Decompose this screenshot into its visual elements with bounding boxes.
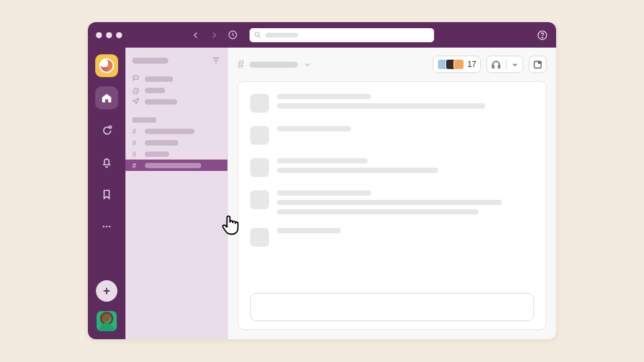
svg-point-7 bbox=[109, 226, 111, 228]
message-line bbox=[277, 126, 351, 131]
sidebar-item-threads[interactable] bbox=[125, 73, 227, 84]
message-avatar[interactable] bbox=[250, 228, 269, 247]
channel-name[interactable] bbox=[250, 62, 298, 68]
message-line bbox=[277, 94, 371, 99]
note-icon bbox=[533, 60, 543, 70]
sidebar-header[interactable] bbox=[125, 52, 227, 69]
hash-icon: # bbox=[132, 127, 140, 135]
member-count: 17 bbox=[468, 60, 476, 69]
channel-hash-icon: # bbox=[237, 58, 244, 72]
sent-icon bbox=[132, 97, 140, 106]
more-icon bbox=[101, 221, 113, 233]
sidebar-channel[interactable]: # bbox=[125, 148, 227, 160]
hash-icon: # bbox=[132, 162, 140, 170]
message-avatar[interactable] bbox=[250, 158, 269, 177]
message-line bbox=[277, 168, 438, 173]
traffic-min[interactable] bbox=[106, 32, 112, 38]
svg-point-1 bbox=[255, 32, 259, 36]
message bbox=[250, 94, 534, 113]
svg-point-3 bbox=[541, 37, 542, 38]
rail-dms[interactable] bbox=[95, 119, 118, 141]
sidebar-section-header[interactable] bbox=[125, 114, 227, 125]
dm-icon bbox=[101, 124, 113, 136]
sidebar-channel[interactable]: # bbox=[125, 137, 227, 148]
sidebar-item-label bbox=[145, 76, 173, 82]
headphones-icon bbox=[491, 60, 501, 70]
sidebar-channel[interactable]: # bbox=[125, 125, 227, 137]
message-body bbox=[277, 94, 534, 113]
hash-icon: # bbox=[132, 139, 140, 147]
message-avatar[interactable] bbox=[250, 94, 269, 113]
hash-icon: # bbox=[132, 150, 140, 158]
message-composer[interactable] bbox=[250, 293, 534, 321]
bookmark-icon bbox=[101, 188, 113, 200]
back-button[interactable] bbox=[189, 29, 201, 41]
app-body: + @ bbox=[88, 48, 556, 339]
home-icon bbox=[101, 92, 113, 104]
sidebar-item-mentions[interactable]: @ bbox=[125, 84, 227, 96]
message-list[interactable] bbox=[237, 81, 547, 330]
channel-header: # 17 bbox=[237, 54, 547, 74]
svg-point-6 bbox=[106, 226, 108, 228]
history-button[interactable] bbox=[227, 29, 239, 41]
titlebar bbox=[88, 22, 556, 48]
traffic-max[interactable] bbox=[116, 32, 122, 38]
arrow-right-icon bbox=[209, 30, 219, 40]
message-line bbox=[277, 158, 368, 164]
sidebar-item-label bbox=[145, 99, 177, 105]
channel-sidebar: @ # # # bbox=[125, 48, 228, 339]
channel-label bbox=[145, 152, 169, 157]
create-new-button[interactable]: + bbox=[96, 280, 117, 302]
svg-point-5 bbox=[103, 226, 105, 228]
help-button[interactable] bbox=[536, 29, 548, 41]
message-avatar[interactable] bbox=[250, 190, 269, 209]
workspace-switcher[interactable] bbox=[95, 54, 118, 77]
user-avatar[interactable] bbox=[97, 311, 117, 331]
message bbox=[250, 158, 534, 177]
message-avatar[interactable] bbox=[250, 126, 269, 145]
search-placeholder bbox=[266, 33, 298, 38]
message-line bbox=[277, 103, 485, 109]
search-icon bbox=[254, 31, 262, 39]
arrow-left-icon bbox=[191, 30, 201, 40]
svg-rect-9 bbox=[498, 65, 500, 68]
workspace-rail: + bbox=[88, 48, 125, 339]
window-controls[interactable] bbox=[96, 32, 122, 38]
canvas-button[interactable] bbox=[529, 56, 547, 73]
channel-label bbox=[145, 163, 201, 168]
sidebar-channel-active[interactable]: # bbox=[125, 160, 227, 171]
traffic-close[interactable] bbox=[96, 32, 102, 38]
app-window: + @ bbox=[88, 22, 556, 339]
mention-icon: @ bbox=[132, 86, 140, 95]
members-pill[interactable]: 17 bbox=[433, 56, 481, 73]
rail-activity[interactable] bbox=[95, 151, 118, 174]
message-line bbox=[277, 209, 478, 215]
svg-point-4 bbox=[109, 126, 111, 128]
message bbox=[250, 126, 534, 145]
message-line bbox=[277, 200, 502, 205]
workspace-name bbox=[132, 58, 168, 64]
search-input[interactable] bbox=[250, 28, 434, 42]
channel-main: # 17 bbox=[228, 48, 556, 339]
filter-icon[interactable] bbox=[211, 56, 221, 65]
clock-icon bbox=[227, 29, 238, 40]
rail-later[interactable] bbox=[95, 183, 118, 206]
sidebar-item-label bbox=[145, 88, 165, 93]
member-avatars bbox=[437, 59, 464, 70]
divider bbox=[506, 59, 506, 70]
rail-home[interactable] bbox=[95, 86, 118, 109]
message-line bbox=[277, 228, 341, 233]
workspace-logo-icon bbox=[99, 58, 114, 73]
chevron-down-icon[interactable] bbox=[303, 60, 312, 69]
section-label bbox=[132, 117, 156, 123]
message bbox=[250, 228, 534, 247]
member-face bbox=[453, 59, 464, 70]
svg-rect-8 bbox=[492, 65, 494, 68]
sidebar-item-drafts[interactable] bbox=[125, 96, 227, 107]
channel-label bbox=[145, 129, 195, 134]
rail-more[interactable] bbox=[95, 215, 118, 238]
message-line bbox=[277, 190, 371, 196]
chevron-down-icon[interactable] bbox=[511, 61, 519, 68]
huddle-button[interactable] bbox=[486, 56, 523, 73]
forward-button[interactable] bbox=[208, 29, 220, 41]
